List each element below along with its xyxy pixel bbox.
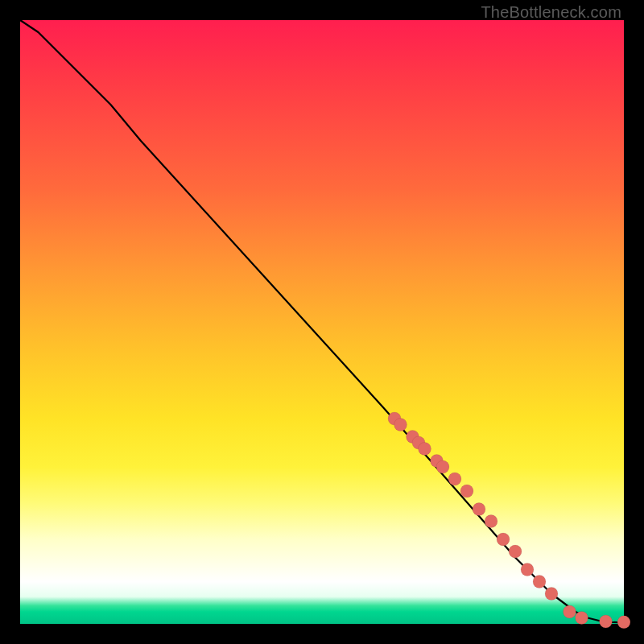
- sample-marker: [473, 503, 485, 516]
- sample-marker: [509, 545, 522, 558]
- sample-marker: [485, 515, 497, 528]
- attribution-label: TheBottleneck.com: [481, 3, 621, 22]
- chart-svg: [20, 20, 624, 624]
- sample-marker: [564, 605, 576, 618]
- chart-frame: TheBottleneck.com: [0, 0, 644, 644]
- sample-marker: [545, 588, 558, 601]
- sample-marker: [521, 564, 534, 576]
- sample-marker: [576, 612, 588, 625]
- sample-marker: [394, 419, 407, 431]
- sample-marker: [600, 615, 613, 628]
- sample-markers: [388, 412, 630, 629]
- sample-marker: [533, 576, 546, 588]
- bottleneck-curve: [20, 20, 624, 623]
- sample-marker: [419, 443, 431, 456]
- sample-marker: [448, 473, 461, 485]
- sample-marker: [460, 485, 473, 497]
- sample-marker: [436, 460, 449, 473]
- sample-marker: [617, 616, 630, 629]
- plot-area: [20, 20, 624, 624]
- sample-marker: [497, 533, 510, 546]
